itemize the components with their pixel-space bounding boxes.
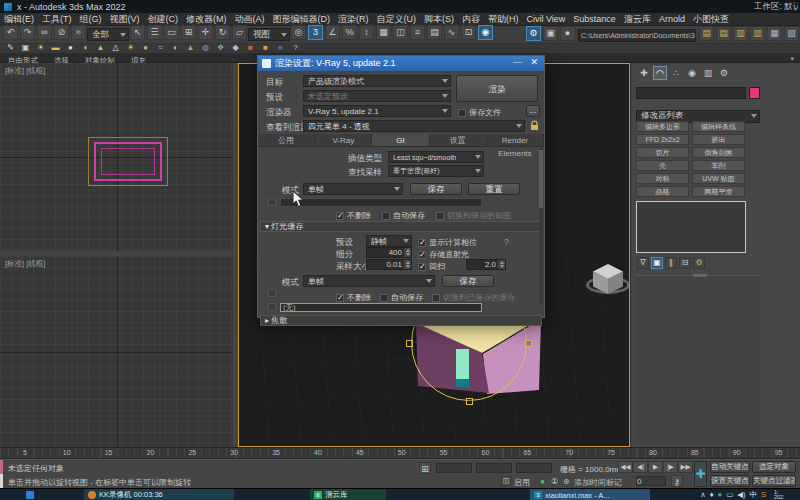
object-name-field[interactable] bbox=[636, 87, 746, 99]
modifier-button[interactable]: 编辑样条线 bbox=[692, 121, 745, 132]
menu-item[interactable]: 小图快查 bbox=[689, 13, 733, 26]
object-color-swatch[interactable] bbox=[749, 87, 760, 99]
curve-editor-icon[interactable]: ∿ bbox=[444, 25, 459, 40]
import-folder-icon[interactable]: ▥ bbox=[733, 26, 748, 41]
selected-objects-dropdown[interactable]: 选定对象 bbox=[752, 461, 796, 473]
motion-tab-icon[interactable]: ◉ bbox=[685, 66, 699, 80]
swatch-blue-icon[interactable]: ■ bbox=[274, 44, 287, 53]
lc-store-direct-checkbox[interactable]: 存储直射光 bbox=[418, 249, 469, 260]
redo-icon[interactable]: ↷ bbox=[20, 25, 35, 40]
time-tag-label[interactable]: 添加时间标记 bbox=[574, 477, 622, 488]
tray-volume-icon[interactable]: ◀) bbox=[737, 490, 745, 499]
menu-item[interactable]: 内容 bbox=[458, 13, 484, 26]
menu-item[interactable]: Substance bbox=[569, 14, 620, 24]
current-frame-field[interactable]: 0 bbox=[636, 476, 666, 486]
tray-expand-icon[interactable]: ∧ bbox=[700, 490, 706, 499]
lc-mode-dropdown[interactable]: 单帧 bbox=[303, 275, 435, 287]
lock-view-icon[interactable] bbox=[529, 120, 540, 132]
select-object-icon[interactable]: ↖ bbox=[130, 25, 145, 40]
modifier-button[interactable]: UVW 贴图 bbox=[692, 173, 745, 184]
project-folder-path[interactable]: C:\Users\Administrator\Documents\3ds Max… bbox=[578, 29, 696, 42]
asset-library-icon[interactable]: ▦ bbox=[767, 26, 782, 41]
window-crossing-icon[interactable]: ⊞ bbox=[181, 25, 196, 40]
leaf-icon[interactable]: ❖ bbox=[214, 44, 227, 53]
modifier-button[interactable]: 车削 bbox=[692, 160, 745, 171]
im-auto-save-checkbox[interactable]: 自动保存 bbox=[382, 210, 425, 221]
ribbon-minimize-icon[interactable]: ▾ bbox=[790, 55, 794, 63]
select-and-link-icon[interactable]: ∞ bbox=[37, 25, 52, 40]
workspace-selector[interactable]: 工作区: 默认 bbox=[754, 1, 798, 13]
menu-item[interactable]: 脚本(S) bbox=[420, 13, 458, 26]
save-file-checkbox[interactable]: 保存文件 bbox=[458, 107, 501, 118]
render-production-icon[interactable]: ● bbox=[560, 26, 575, 41]
render-setup-icon[interactable]: ⚙ bbox=[526, 26, 541, 41]
dialog-tab-V-Ray[interactable]: V-Ray bbox=[315, 134, 372, 146]
modifier-button[interactable]: 网格平滑 bbox=[692, 186, 745, 197]
snap-toggle-3d-icon[interactable]: 3 bbox=[308, 25, 323, 40]
coordinate-z-field[interactable] bbox=[516, 463, 552, 473]
remove-modifier-icon[interactable]: ⊟ bbox=[679, 257, 691, 269]
show-end-result-icon[interactable]: ▣ bbox=[651, 257, 663, 269]
rectangular-selection-region-icon[interactable]: ▭ bbox=[164, 25, 179, 40]
moon-icon[interactable]: ◐ bbox=[169, 44, 182, 53]
modifier-button[interactable]: 壳 bbox=[636, 160, 689, 171]
menu-item[interactable]: 动画(A) bbox=[231, 13, 269, 26]
tray-display-icon[interactable]: ▭ bbox=[726, 490, 733, 499]
menu-item[interactable]: 帮助(H) bbox=[484, 13, 523, 26]
lc-browse-button[interactable] bbox=[268, 289, 276, 297]
menu-item[interactable]: 工具(T) bbox=[38, 13, 76, 26]
menu-item[interactable]: 修改器(M) bbox=[182, 13, 231, 26]
timeline-ruler[interactable]: 0510152025303540455055606570758085909510… bbox=[0, 447, 800, 459]
swatch-red-icon[interactable]: ■ bbox=[244, 44, 257, 53]
im-switch-checkbox[interactable]: 切换到保存的贴图 bbox=[436, 210, 511, 221]
select-and-rotate-icon[interactable]: ↻ bbox=[215, 25, 230, 40]
play-button[interactable]: ▶ bbox=[648, 461, 663, 473]
modify-tab-icon[interactable]: ◠ bbox=[653, 66, 667, 80]
viewport-label[interactable]: [标准] [线框] bbox=[5, 66, 45, 76]
maxscript-mini-listener[interactable] bbox=[0, 474, 3, 489]
save-file-browse-button[interactable]: ... bbox=[526, 105, 540, 117]
save-folder-icon[interactable]: ▤ bbox=[716, 26, 731, 41]
menu-item[interactable]: Arnold bbox=[655, 14, 689, 24]
dialog-tab-设置[interactable]: 设置 bbox=[430, 134, 487, 146]
lc-retrace-checkbox[interactable]: 回扫 bbox=[418, 261, 445, 272]
hierarchy-tab-icon[interactable]: ∴ bbox=[669, 66, 683, 80]
spinner-snap-toggle-icon[interactable]: ↕ bbox=[359, 25, 374, 40]
im-file-field[interactable] bbox=[280, 198, 482, 207]
mirror-icon[interactable]: ◫ bbox=[393, 25, 408, 40]
viewport-splitter-horizontal[interactable] bbox=[0, 251, 233, 256]
menu-item[interactable]: 编辑(E) bbox=[0, 13, 38, 26]
viewcube[interactable] bbox=[585, 262, 630, 306]
minimize-icon[interactable]: — bbox=[513, 57, 522, 67]
add-time-tag-icon[interactable]: ⊕ bbox=[563, 477, 570, 486]
material-editor-icon[interactable]: ◉ bbox=[478, 25, 493, 40]
counter-icon[interactable]: ① bbox=[551, 477, 558, 486]
tray-green-app-icon[interactable]: ● bbox=[718, 490, 723, 499]
dialog-title-bar[interactable]: 渲染设置: V-Ray 5, update 2.1 — ✕ bbox=[258, 56, 544, 71]
open-folder-icon[interactable]: ▤ bbox=[699, 26, 714, 41]
menu-item[interactable]: Civil View bbox=[523, 14, 570, 24]
bind-to-space-warp-icon[interactable]: ≈ bbox=[71, 25, 86, 40]
record-status-icon[interactable]: ● bbox=[540, 477, 545, 486]
lc-save-button[interactable]: 保存 bbox=[442, 275, 494, 287]
viewport-top[interactable]: [标准] [线框] bbox=[0, 63, 233, 251]
select-and-scale-icon[interactable]: ▱ bbox=[232, 25, 247, 40]
tray-ime-icon[interactable]: 中 bbox=[749, 490, 757, 499]
unlink-selection-icon[interactable]: ⊘ bbox=[54, 25, 69, 40]
globe-icon[interactable]: ◍ bbox=[199, 44, 212, 53]
help-folder-icon[interactable]: ▧ bbox=[784, 26, 799, 41]
dialog-tab-公用[interactable]: 公用 bbox=[258, 134, 315, 146]
im-save-button[interactable]: 保存 bbox=[410, 183, 462, 195]
lc-subdivs-spinner[interactable]: 400 bbox=[366, 247, 412, 258]
preset-dropdown[interactable]: 未选定预设 bbox=[303, 90, 451, 102]
make-unique-icon[interactable]: ∥ bbox=[665, 257, 677, 269]
go-to-start-button[interactable]: ◀◀ bbox=[618, 461, 633, 473]
menu-item[interactable]: 溜云库 bbox=[620, 13, 655, 26]
angle-snap-toggle-icon[interactable]: ∠ bbox=[325, 25, 340, 40]
modifier-button[interactable]: 晶格 bbox=[636, 186, 689, 197]
swatch-orange-icon[interactable]: ■ bbox=[259, 44, 272, 53]
interp-type-dropdown[interactable]: Least squ~d/smooth bbox=[388, 151, 484, 163]
align-icon[interactable]: ≡ bbox=[410, 25, 425, 40]
water-icon[interactable]: ≈ bbox=[154, 44, 167, 53]
gizmo-handle-right[interactable] bbox=[525, 340, 532, 347]
